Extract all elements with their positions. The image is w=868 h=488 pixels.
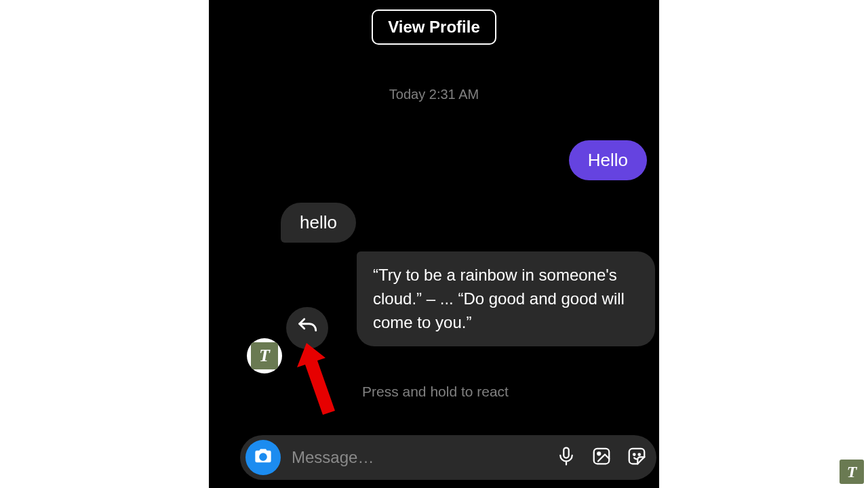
reaction-hint: Press and hold to react — [362, 384, 509, 400]
avatar-letter: T — [251, 342, 278, 369]
annotation-arrow-icon — [293, 343, 340, 427]
message-bubble-incoming[interactable]: “Try to be a rainbow in someone's cloud.… — [357, 251, 655, 346]
svg-point-5 — [633, 453, 635, 455]
camera-icon — [254, 447, 273, 468]
watermark-logo: T — [840, 460, 864, 484]
svg-point-6 — [639, 453, 641, 455]
chat-screen: View Profile Today 2:31 AM Hello hello “… — [209, 0, 659, 488]
sticker-button[interactable] — [627, 446, 647, 469]
camera-button[interactable] — [245, 440, 281, 475]
sticker-icon — [627, 446, 647, 469]
message-input[interactable] — [281, 448, 556, 467]
microphone-icon — [556, 446, 576, 469]
message-bubble-outgoing[interactable]: Hello — [569, 140, 647, 180]
svg-rect-1 — [564, 448, 569, 458]
voice-button[interactable] — [556, 446, 576, 469]
header-area: View Profile — [209, 0, 659, 45]
view-profile-button[interactable]: View Profile — [372, 9, 496, 45]
message-bubble-incoming[interactable]: hello — [281, 203, 356, 243]
svg-point-4 — [597, 452, 600, 455]
reply-button[interactable] — [286, 307, 328, 349]
messages-area: Hello hello “Try to be a rainbow in some… — [209, 102, 659, 488]
gallery-button[interactable] — [591, 446, 612, 469]
reply-arrow-icon — [296, 315, 319, 341]
svg-marker-0 — [297, 343, 335, 415]
image-icon — [591, 446, 612, 469]
conversation-timestamp: Today 2:31 AM — [209, 87, 659, 102]
message-input-bar — [240, 435, 656, 480]
input-actions — [556, 446, 647, 469]
sender-avatar[interactable]: T — [247, 338, 282, 373]
